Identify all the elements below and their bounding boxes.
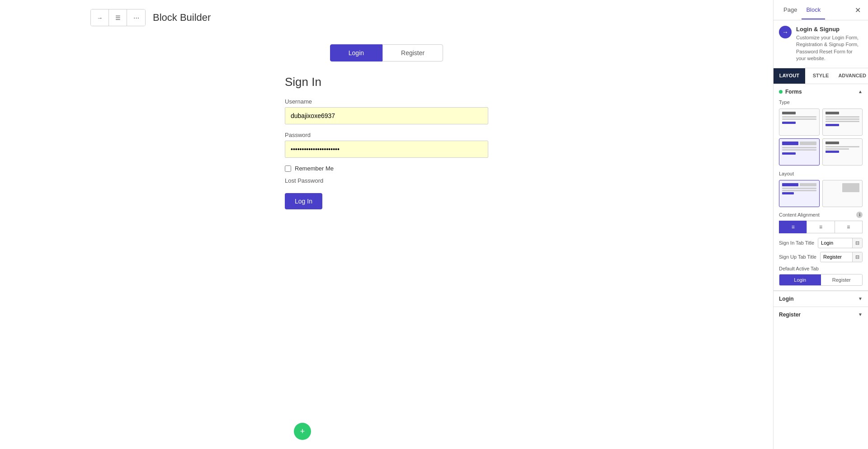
login-icon-btn[interactable]: →: [91, 9, 109, 26]
forms-dot: [779, 90, 783, 94]
login-collapse-chevron: ▼: [858, 296, 863, 301]
layout-style-advanced-tabs: LAYOUT STYLE ADVANCED: [774, 68, 868, 84]
layout-label: Layout: [779, 171, 863, 176]
lost-password-link[interactable]: Lost Password: [285, 177, 488, 184]
arrow-icon: →: [782, 28, 788, 36]
type-grid: [779, 109, 863, 165]
password-label: Password: [285, 132, 488, 138]
align-left-btn[interactable]: ≡: [779, 221, 807, 233]
signup-tab-title-label: Sign Up Tab Title: [779, 254, 816, 260]
signup-tab-title-input-wrap: ⊟: [820, 252, 863, 262]
signin-title: Sign In: [285, 75, 488, 89]
log-in-button[interactable]: Log In: [285, 193, 322, 209]
right-sidebar: Page Block ✕ → Login & Signup Customize …: [773, 0, 868, 449]
layout-grid: [779, 180, 863, 207]
signin-tab-title-row: Sign In Tab Title ⊟: [779, 238, 863, 248]
remember-me-checkbox[interactable]: [285, 165, 291, 172]
align-center-icon: ≡: [819, 224, 822, 230]
default-active-tab-label: Default Active Tab: [779, 266, 819, 271]
default-active-tab-toggle: Login Register: [779, 274, 863, 286]
plus-icon: +: [300, 427, 305, 436]
register-collapse-chevron: ▼: [858, 312, 863, 317]
type-register-only[interactable]: [822, 109, 863, 136]
signin-tab-title-input[interactable]: [818, 238, 852, 247]
type-reset-password[interactable]: [822, 138, 863, 165]
login-register-tabs: Login Register: [0, 44, 773, 61]
align-buttons: ≡ ≡ ≡: [779, 221, 863, 233]
register-tab[interactable]: Register: [382, 44, 443, 61]
align-center-btn[interactable]: ≡: [807, 221, 834, 233]
forms-chevron: ▲: [858, 89, 863, 94]
remember-me-row: Remember Me: [285, 165, 488, 172]
forms-section-header[interactable]: Forms ▲: [779, 89, 863, 95]
layout-left[interactable]: [779, 180, 820, 207]
block-tab[interactable]: Block: [802, 1, 825, 19]
forms-section-title: Forms: [779, 89, 802, 95]
default-login-btn[interactable]: Login: [779, 274, 821, 285]
more-icon-btn[interactable]: ⋯: [127, 9, 145, 26]
advanced-tab[interactable]: ADVANCED: [836, 68, 868, 84]
content-alignment-label: Content Alignment: [779, 212, 820, 217]
layout-tab[interactable]: LAYOUT: [774, 68, 805, 84]
signin-form: Sign In Username Password Remember Me Lo…: [194, 75, 579, 209]
login-tab[interactable]: Login: [330, 44, 382, 61]
page-tab[interactable]: Page: [779, 1, 802, 19]
style-tab[interactable]: STYLE: [805, 68, 837, 84]
content-alignment-info[interactable]: ℹ: [856, 212, 863, 218]
list-icon: ☰: [115, 14, 121, 21]
default-register-btn[interactable]: Register: [821, 274, 863, 285]
login-icon: →: [97, 14, 103, 21]
signin-tab-title-input-wrap: ⊟: [818, 238, 863, 248]
list-icon-btn[interactable]: ☰: [109, 9, 127, 26]
layout-right[interactable]: [822, 180, 863, 207]
more-icon: ⋯: [133, 14, 139, 21]
signup-tab-title-input[interactable]: [821, 252, 852, 261]
content-alignment-row: Content Alignment ℹ: [779, 212, 863, 218]
signup-tab-reset-icon[interactable]: ⊟: [852, 252, 862, 262]
remember-me-label: Remember Me: [295, 165, 334, 172]
register-collapse-title: Register: [779, 312, 801, 318]
password-input[interactable]: [285, 141, 488, 158]
username-label: Username: [285, 98, 488, 105]
register-collapse-header[interactable]: Register ▼: [779, 312, 863, 318]
type-signin-only[interactable]: [779, 109, 820, 136]
align-right-btn[interactable]: ≡: [835, 221, 863, 233]
block-builder-title: Block Builder: [153, 12, 211, 24]
login-collapse-header[interactable]: Login ▼: [779, 296, 863, 302]
align-left-icon: ≡: [792, 224, 795, 230]
signup-tab-title-row: Sign Up Tab Title ⊟: [779, 252, 863, 262]
plugin-description: Customize your Login Form, Registration …: [796, 34, 863, 62]
type-both-tabs[interactable]: [779, 138, 820, 165]
login-collapse-section: Login ▼: [774, 291, 868, 307]
username-input[interactable]: [285, 107, 488, 124]
register-collapse-section: Register ▼: [774, 307, 868, 322]
plugin-icon: →: [779, 26, 792, 38]
close-button[interactable]: ✕: [853, 4, 863, 16]
plugin-title: Login & Signup: [796, 26, 863, 33]
signin-tab-title-label: Sign In Tab Title: [779, 240, 814, 246]
editor-toolbar: → ☰ ⋯: [90, 9, 146, 26]
sidebar-header: Page Block ✕: [774, 0, 868, 20]
forms-section: Forms ▲ Type: [774, 84, 868, 291]
floating-action-button[interactable]: +: [294, 423, 311, 440]
default-active-tab-row: Default Active Tab: [779, 266, 863, 271]
plugin-text: Login & Signup Customize your Login Form…: [796, 26, 863, 62]
signin-tab-reset-icon[interactable]: ⊟: [852, 238, 862, 248]
type-label: Type: [779, 99, 863, 105]
align-right-icon: ≡: [847, 224, 850, 230]
login-collapse-title: Login: [779, 296, 794, 302]
plugin-info-section: → Login & Signup Customize your Login Fo…: [774, 20, 868, 68]
